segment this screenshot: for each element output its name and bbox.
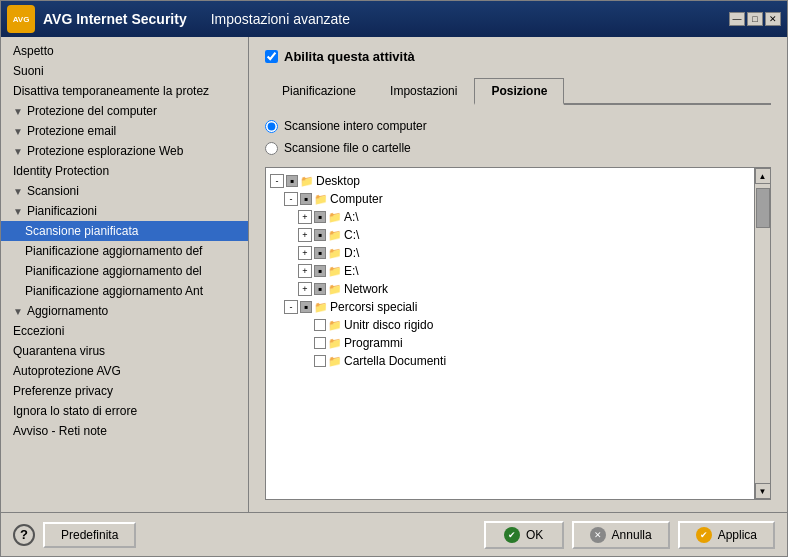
sidebar-item-0[interactable]: Aspetto bbox=[1, 41, 248, 61]
radio-files-scan[interactable] bbox=[265, 142, 278, 155]
sidebar-label-16: Autoprotezione AVG bbox=[13, 364, 121, 378]
tree-label-10: Cartella Documenti bbox=[344, 354, 446, 368]
tree-node-0[interactable]: -▪📁Desktop bbox=[266, 172, 754, 190]
tab-pianificazione[interactable]: Pianificazione bbox=[265, 78, 373, 105]
radio-row-files: Scansione file o cartelle bbox=[265, 141, 771, 155]
title-bar-left: AVG Internet Security Impostazioni avanz… bbox=[7, 5, 350, 33]
sidebar-item-4[interactable]: ▼Protezione email bbox=[1, 121, 248, 141]
tree-checkbox-1[interactable]: ▪ bbox=[300, 193, 312, 205]
tree-node-8[interactable]: 📁Unitr disco rigido bbox=[266, 316, 754, 334]
sidebar-item-13[interactable]: ▼Aggiornamento bbox=[1, 301, 248, 321]
tree-checkbox-7[interactable]: ▪ bbox=[300, 301, 312, 313]
tree-node-7[interactable]: -▪📁Percorsi speciali bbox=[266, 298, 754, 316]
tree-checkbox-4[interactable]: ▪ bbox=[314, 247, 326, 259]
sidebar-label-11: Pianificazione aggiornamento del bbox=[25, 264, 202, 278]
expand-icon-4: ▼ bbox=[13, 126, 23, 137]
radio-full-scan-label: Scansione intero computer bbox=[284, 119, 427, 133]
tab-impostazioni[interactable]: Impostazioni bbox=[373, 78, 474, 105]
sidebar-label-5: Protezione esplorazione Web bbox=[27, 144, 184, 158]
tree-label-1: Computer bbox=[330, 192, 383, 206]
tab-posizione[interactable]: Posizione bbox=[474, 78, 564, 105]
tree-label-6: Network bbox=[344, 282, 388, 296]
sidebar-item-16[interactable]: Autoprotezione AVG bbox=[1, 361, 248, 381]
tree-expand-2[interactable]: + bbox=[298, 210, 312, 224]
tree-node-6[interactable]: +▪📁Network bbox=[266, 280, 754, 298]
tree-checkbox-2[interactable]: ▪ bbox=[314, 211, 326, 223]
tree-expand-7[interactable]: - bbox=[284, 300, 298, 314]
sidebar-item-3[interactable]: ▼Protezione del computer bbox=[1, 101, 248, 121]
sidebar-item-2[interactable]: Disattiva temporaneamente la protez bbox=[1, 81, 248, 101]
applica-label: Applica bbox=[718, 528, 757, 542]
tree-node-5[interactable]: +▪📁E:\ bbox=[266, 262, 754, 280]
annulla-button[interactable]: ✕ Annulla bbox=[572, 521, 670, 549]
tree-expand-1[interactable]: - bbox=[284, 192, 298, 206]
enable-label: Abilita questa attività bbox=[284, 49, 415, 64]
minimize-button[interactable]: — bbox=[729, 12, 745, 26]
radio-full-scan[interactable] bbox=[265, 120, 278, 133]
sidebar-item-1[interactable]: Suoni bbox=[1, 61, 248, 81]
cancel-icon: ✕ bbox=[590, 527, 606, 543]
tree-expand-4[interactable]: + bbox=[298, 246, 312, 260]
predefined-button[interactable]: Predefinita bbox=[43, 522, 136, 548]
app-name: AVG Internet Security bbox=[43, 11, 187, 27]
sidebar-item-8[interactable]: ▼Pianificazioni bbox=[1, 201, 248, 221]
tree-checkbox-5[interactable]: ▪ bbox=[314, 265, 326, 277]
tree-expand-5[interactable]: + bbox=[298, 264, 312, 278]
scrollbar-thumb[interactable] bbox=[756, 188, 770, 228]
sidebar-item-18[interactable]: Ignora lo stato di errore bbox=[1, 401, 248, 421]
tree-folder-icon-3: 📁 bbox=[328, 229, 342, 242]
applica-button[interactable]: ✔ Applica bbox=[678, 521, 775, 549]
sidebar-item-14[interactable]: Eccezioni bbox=[1, 321, 248, 341]
tree-checkbox-6[interactable]: ▪ bbox=[314, 283, 326, 295]
sidebar-item-15[interactable]: Quarantena virus bbox=[1, 341, 248, 361]
scroll-down-button[interactable]: ▼ bbox=[755, 483, 771, 499]
tree-folder-icon-2: 📁 bbox=[328, 211, 342, 224]
sidebar-item-9[interactable]: Scansione pianificata bbox=[1, 221, 248, 241]
tree-label-0: Desktop bbox=[316, 174, 360, 188]
tree-scrollbar: ▲ ▼ bbox=[754, 168, 770, 499]
tree-checkbox-10[interactable] bbox=[314, 355, 326, 367]
tree-node-10[interactable]: 📁Cartella Documenti bbox=[266, 352, 754, 370]
tree-label-5: E:\ bbox=[344, 264, 359, 278]
tree-node-1[interactable]: -▪📁Computer bbox=[266, 190, 754, 208]
main-window: AVG Internet Security Impostazioni avanz… bbox=[0, 0, 788, 557]
enable-checkbox[interactable] bbox=[265, 50, 278, 63]
tree-checkbox-0[interactable]: ▪ bbox=[286, 175, 298, 187]
sidebar-item-17[interactable]: Preferenze privacy bbox=[1, 381, 248, 401]
tree-folder-icon-5: 📁 bbox=[328, 265, 342, 278]
sidebar-label-12: Pianificazione aggiornamento Ant bbox=[25, 284, 203, 298]
help-button[interactable]: ? bbox=[13, 524, 35, 546]
tree-node-4[interactable]: +▪📁D:\ bbox=[266, 244, 754, 262]
ok-icon: ✔ bbox=[504, 527, 520, 543]
sidebar-label-0: Aspetto bbox=[13, 44, 54, 58]
window-controls: — □ ✕ bbox=[729, 12, 781, 26]
tree-panel: -▪📁Desktop-▪📁Computer+▪📁A:\+▪📁C:\+▪📁D:\+… bbox=[265, 167, 771, 500]
radio-group: Scansione intero computer Scansione file… bbox=[265, 119, 771, 155]
scroll-up-button[interactable]: ▲ bbox=[755, 168, 771, 184]
tree-node-2[interactable]: +▪📁A:\ bbox=[266, 208, 754, 226]
tree-expand-6[interactable]: + bbox=[298, 282, 312, 296]
sidebar-item-19[interactable]: Avviso - Reti note bbox=[1, 421, 248, 441]
tree-checkbox-9[interactable] bbox=[314, 337, 326, 349]
sidebar-label-2: Disattiva temporaneamente la protez bbox=[13, 84, 209, 98]
maximize-button[interactable]: □ bbox=[747, 12, 763, 26]
ok-button[interactable]: ✔ OK bbox=[484, 521, 564, 549]
tree-scroll[interactable]: -▪📁Desktop-▪📁Computer+▪📁A:\+▪📁C:\+▪📁D:\+… bbox=[266, 168, 754, 499]
tree-checkbox-8[interactable] bbox=[314, 319, 326, 331]
tree-node-3[interactable]: +▪📁C:\ bbox=[266, 226, 754, 244]
tree-expand-3[interactable]: + bbox=[298, 228, 312, 242]
sidebar-item-6[interactable]: Identity Protection bbox=[1, 161, 248, 181]
sidebar-label-18: Ignora lo stato di errore bbox=[13, 404, 137, 418]
tree-node-9[interactable]: 📁Programmi bbox=[266, 334, 754, 352]
tree-checkbox-3[interactable]: ▪ bbox=[314, 229, 326, 241]
sidebar-item-7[interactable]: ▼Scansioni bbox=[1, 181, 248, 201]
sidebar-item-5[interactable]: ▼Protezione esplorazione Web bbox=[1, 141, 248, 161]
close-button[interactable]: ✕ bbox=[765, 12, 781, 26]
sidebar-label-6: Identity Protection bbox=[13, 164, 109, 178]
sidebar-item-12[interactable]: Pianificazione aggiornamento Ant bbox=[1, 281, 248, 301]
tree-folder-icon-0: 📁 bbox=[300, 175, 314, 188]
tree-expand-0[interactable]: - bbox=[270, 174, 284, 188]
expand-icon-8: ▼ bbox=[13, 206, 23, 217]
sidebar-item-10[interactable]: Pianificazione aggiornamento def bbox=[1, 241, 248, 261]
sidebar-item-11[interactable]: Pianificazione aggiornamento del bbox=[1, 261, 248, 281]
